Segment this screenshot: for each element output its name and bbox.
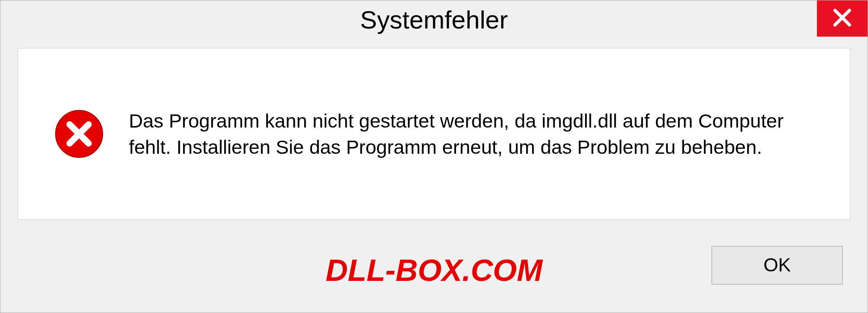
close-button[interactable] xyxy=(817,0,868,37)
error-icon xyxy=(54,109,104,159)
watermark-text: DLL-BOX.COM xyxy=(326,252,542,288)
error-dialog: Systemfehler Das Programm kann nicht ges… xyxy=(0,0,868,313)
dialog-title: Systemfehler xyxy=(360,5,508,34)
close-icon xyxy=(832,8,852,29)
footer: DLL-BOX.COM OK xyxy=(0,231,868,313)
content-box: Das Programm kann nicht gestartet werden… xyxy=(18,48,850,220)
ok-button[interactable]: OK xyxy=(712,246,843,285)
titlebar: Systemfehler xyxy=(0,0,868,39)
error-message: Das Programm kann nicht gestartet werden… xyxy=(129,108,823,160)
